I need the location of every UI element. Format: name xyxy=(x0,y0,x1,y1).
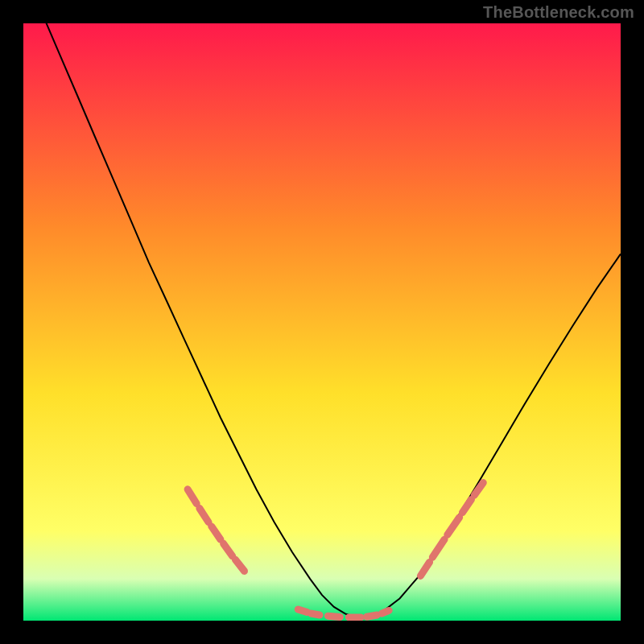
dash-segment xyxy=(382,610,389,613)
dash-segment xyxy=(298,609,307,613)
gradient-bg xyxy=(23,23,621,621)
chart-svg xyxy=(23,23,621,621)
dash-segment xyxy=(367,615,378,617)
dash-segment xyxy=(328,616,340,617)
plot-area xyxy=(23,23,621,621)
chart-frame: TheBottleneck.com xyxy=(0,0,644,644)
dash-segment xyxy=(312,613,320,615)
watermark-text: TheBottleneck.com xyxy=(483,3,634,22)
